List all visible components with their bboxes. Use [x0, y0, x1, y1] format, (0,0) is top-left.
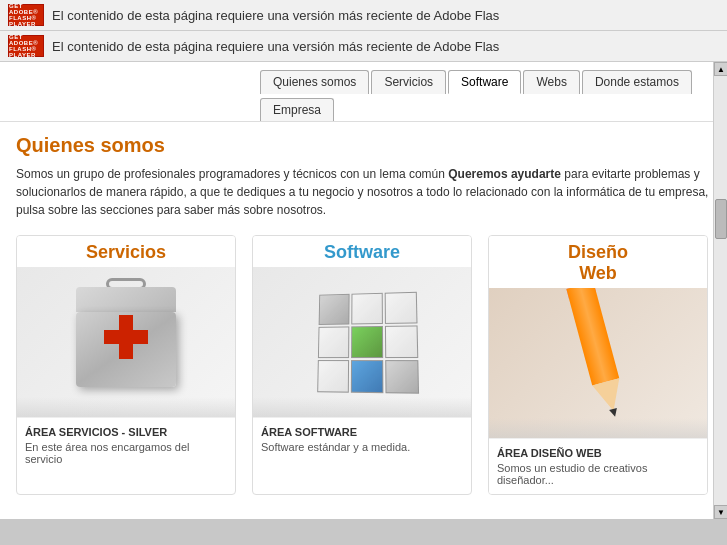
card-software-info: ÁREA SOFTWARE Software estándar y a medi… [253, 417, 471, 461]
tab-webs[interactable]: Webs [523, 70, 579, 94]
flash-warning-bar-1: GET ADOBE® FLASH® PLAYER El contenido de… [0, 0, 727, 31]
flash-warning-text-2: El contenido de esta página requiere una… [52, 39, 499, 54]
scroll-arrow-up[interactable]: ▲ [714, 62, 727, 76]
cubes-illustration [302, 282, 422, 402]
card-servicios-title: Servicios [17, 236, 235, 267]
cube-cell-3 [385, 292, 418, 324]
cube-grid [317, 292, 419, 394]
card-diseno-area-desc: Somos un estudio de creativos diseñador.… [497, 462, 699, 486]
tab-servicios[interactable]: Servicios [371, 70, 446, 94]
flash-text-1: FLASH® PLAYER [9, 15, 43, 27]
cube-cell-7 [317, 360, 349, 393]
flash-warning-bar-2: GET ADOBE® FLASH® PLAYER El contenido de… [0, 31, 727, 62]
nav-tabs-area: Quienes somos Servicios Software Webs Do… [0, 62, 727, 122]
pencil-body [566, 288, 619, 386]
cube-cell-6 [385, 325, 418, 358]
card-diseno-shadow [489, 418, 707, 438]
card-software-title: Software [253, 236, 471, 267]
tab-software[interactable]: Software [448, 70, 521, 94]
adobe-text-1: GET ADOBE® [9, 3, 43, 15]
card-diseno: DiseñoWeb ÁREA DISEÑO WEB Somos un estud… [488, 235, 708, 495]
adobe-flash-icon-1: GET ADOBE® FLASH® PLAYER [8, 4, 44, 26]
scrollbar[interactable]: ▲ ▼ [713, 62, 727, 519]
flash-warning-text-1: El contenido de esta página requiere una… [52, 8, 499, 23]
card-servicios-area-desc: En este área nos encargamos del servicio [25, 441, 227, 465]
card-servicios-shadow [17, 397, 235, 417]
toolbox-lid [76, 287, 176, 312]
cube-cell-5 [351, 326, 383, 358]
page-body: Quienes somos Somos un grupo de profesio… [0, 122, 727, 507]
tab-empresa[interactable]: Empresa [260, 98, 334, 121]
cube-cell-9 [385, 360, 419, 394]
red-cross [104, 315, 148, 359]
toolbox-illustration [71, 287, 181, 397]
card-servicios-area-title: ÁREA SERVICIOS - SILVER [25, 426, 227, 438]
card-servicios-info: ÁREA SERVICIOS - SILVER En este área nos… [17, 417, 235, 473]
toolbox-body [76, 312, 176, 387]
cube-cell-1 [319, 294, 350, 325]
cube-cell-2 [351, 293, 383, 325]
card-software: Software [252, 235, 472, 495]
pencil-illustration [541, 288, 655, 431]
card-diseno-area-title: ÁREA DISEÑO WEB [497, 447, 699, 459]
scroll-thumb[interactable] [715, 199, 727, 239]
card-servicios: Servicios ÁREA SERVICIOS - SILVER En est… [16, 235, 236, 495]
card-diseno-info: ÁREA DISEÑO WEB Somos un estudio de crea… [489, 438, 707, 494]
quienes-somos-text: Somos un grupo de profesionales programa… [16, 165, 711, 219]
card-software-area-title: ÁREA SOFTWARE [261, 426, 463, 438]
bold-text: Queremos ayudarte [448, 167, 561, 181]
nav-tabs-row2: Empresa [260, 96, 719, 121]
pencil-point [609, 408, 619, 418]
card-servicios-image [17, 267, 235, 417]
quienes-somos-title: Quienes somos [16, 134, 711, 157]
cube-cell-8 [351, 360, 384, 393]
adobe-flash-icon-2: GET ADOBE® FLASH® PLAYER [8, 35, 44, 57]
card-software-image [253, 267, 471, 417]
cube-cell-4 [318, 326, 349, 358]
tab-quienes-somos[interactable]: Quienes somos [260, 70, 369, 94]
card-diseno-image [489, 288, 707, 438]
text-before-bold: Somos un grupo de profesionales programa… [16, 167, 448, 181]
card-software-area-desc: Software estándar y a medida. [261, 441, 463, 453]
tab-donde-estamos[interactable]: Donde estamos [582, 70, 692, 94]
adobe-text-2: GET ADOBE® [9, 34, 43, 46]
card-software-shadow [253, 397, 471, 417]
quienes-somos-section: Quienes somos Somos un grupo de profesio… [16, 134, 711, 219]
scroll-arrow-down[interactable]: ▼ [714, 505, 727, 519]
page-wrapper: Quienes somos Servicios Software Webs Do… [0, 62, 727, 519]
cards-row: Servicios ÁREA SERVICIOS - SILVER En est… [16, 235, 711, 495]
nav-tabs: Quienes somos Servicios Software Webs Do… [260, 70, 719, 94]
flash-text-2: FLASH® PLAYER [9, 46, 43, 58]
card-diseno-title: DiseñoWeb [489, 236, 707, 288]
